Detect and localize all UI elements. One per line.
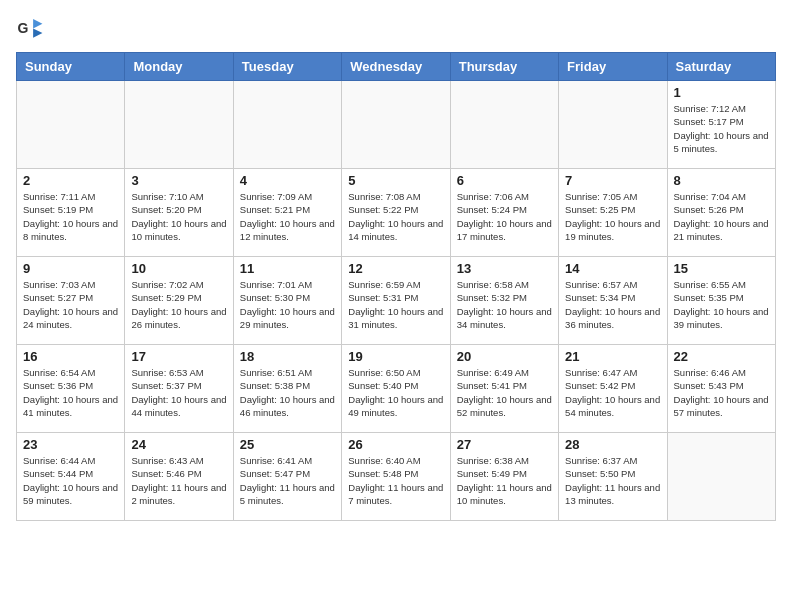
day-cell: 3Sunrise: 7:10 AM Sunset: 5:20 PM Daylig… <box>125 169 233 257</box>
day-info: Sunrise: 7:12 AM Sunset: 5:17 PM Dayligh… <box>674 102 769 155</box>
weekday-header-friday: Friday <box>559 53 667 81</box>
day-cell: 21Sunrise: 6:47 AM Sunset: 5:42 PM Dayli… <box>559 345 667 433</box>
day-cell: 7Sunrise: 7:05 AM Sunset: 5:25 PM Daylig… <box>559 169 667 257</box>
day-info: Sunrise: 6:41 AM Sunset: 5:47 PM Dayligh… <box>240 454 335 507</box>
day-number: 28 <box>565 437 660 452</box>
week-row-5: 23Sunrise: 6:44 AM Sunset: 5:44 PM Dayli… <box>17 433 776 521</box>
day-cell: 1Sunrise: 7:12 AM Sunset: 5:17 PM Daylig… <box>667 81 775 169</box>
day-cell: 6Sunrise: 7:06 AM Sunset: 5:24 PM Daylig… <box>450 169 558 257</box>
day-info: Sunrise: 7:03 AM Sunset: 5:27 PM Dayligh… <box>23 278 118 331</box>
day-cell: 23Sunrise: 6:44 AM Sunset: 5:44 PM Dayli… <box>17 433 125 521</box>
day-info: Sunrise: 7:06 AM Sunset: 5:24 PM Dayligh… <box>457 190 552 243</box>
day-number: 25 <box>240 437 335 452</box>
header: G <box>16 16 776 44</box>
week-row-4: 16Sunrise: 6:54 AM Sunset: 5:36 PM Dayli… <box>17 345 776 433</box>
day-cell: 5Sunrise: 7:08 AM Sunset: 5:22 PM Daylig… <box>342 169 450 257</box>
day-cell <box>450 81 558 169</box>
calendar: SundayMondayTuesdayWednesdayThursdayFrid… <box>16 52 776 521</box>
logo-icon: G <box>16 16 44 44</box>
day-info: Sunrise: 7:05 AM Sunset: 5:25 PM Dayligh… <box>565 190 660 243</box>
day-info: Sunrise: 7:04 AM Sunset: 5:26 PM Dayligh… <box>674 190 769 243</box>
day-number: 4 <box>240 173 335 188</box>
day-number: 23 <box>23 437 118 452</box>
logo: G <box>16 16 48 44</box>
weekday-header-monday: Monday <box>125 53 233 81</box>
day-cell: 12Sunrise: 6:59 AM Sunset: 5:31 PM Dayli… <box>342 257 450 345</box>
day-number: 14 <box>565 261 660 276</box>
day-cell: 28Sunrise: 6:37 AM Sunset: 5:50 PM Dayli… <box>559 433 667 521</box>
day-info: Sunrise: 6:55 AM Sunset: 5:35 PM Dayligh… <box>674 278 769 331</box>
day-number: 15 <box>674 261 769 276</box>
day-number: 8 <box>674 173 769 188</box>
day-cell: 14Sunrise: 6:57 AM Sunset: 5:34 PM Dayli… <box>559 257 667 345</box>
day-cell: 25Sunrise: 6:41 AM Sunset: 5:47 PM Dayli… <box>233 433 341 521</box>
day-number: 11 <box>240 261 335 276</box>
day-cell <box>233 81 341 169</box>
day-cell: 20Sunrise: 6:49 AM Sunset: 5:41 PM Dayli… <box>450 345 558 433</box>
weekday-header-sunday: Sunday <box>17 53 125 81</box>
day-info: Sunrise: 6:43 AM Sunset: 5:46 PM Dayligh… <box>131 454 226 507</box>
day-info: Sunrise: 6:57 AM Sunset: 5:34 PM Dayligh… <box>565 278 660 331</box>
day-info: Sunrise: 7:01 AM Sunset: 5:30 PM Dayligh… <box>240 278 335 331</box>
day-info: Sunrise: 6:53 AM Sunset: 5:37 PM Dayligh… <box>131 366 226 419</box>
day-info: Sunrise: 6:37 AM Sunset: 5:50 PM Dayligh… <box>565 454 660 507</box>
day-info: Sunrise: 7:10 AM Sunset: 5:20 PM Dayligh… <box>131 190 226 243</box>
day-cell <box>342 81 450 169</box>
svg-text:G: G <box>18 20 29 36</box>
day-number: 9 <box>23 261 118 276</box>
day-cell: 22Sunrise: 6:46 AM Sunset: 5:43 PM Dayli… <box>667 345 775 433</box>
day-info: Sunrise: 7:08 AM Sunset: 5:22 PM Dayligh… <box>348 190 443 243</box>
week-row-2: 2Sunrise: 7:11 AM Sunset: 5:19 PM Daylig… <box>17 169 776 257</box>
weekday-header-tuesday: Tuesday <box>233 53 341 81</box>
day-number: 16 <box>23 349 118 364</box>
day-cell <box>667 433 775 521</box>
day-info: Sunrise: 6:47 AM Sunset: 5:42 PM Dayligh… <box>565 366 660 419</box>
day-number: 17 <box>131 349 226 364</box>
day-cell: 16Sunrise: 6:54 AM Sunset: 5:36 PM Dayli… <box>17 345 125 433</box>
day-number: 2 <box>23 173 118 188</box>
day-info: Sunrise: 7:09 AM Sunset: 5:21 PM Dayligh… <box>240 190 335 243</box>
day-info: Sunrise: 6:50 AM Sunset: 5:40 PM Dayligh… <box>348 366 443 419</box>
weekday-header-thursday: Thursday <box>450 53 558 81</box>
weekday-header-wednesday: Wednesday <box>342 53 450 81</box>
day-number: 10 <box>131 261 226 276</box>
day-cell: 19Sunrise: 6:50 AM Sunset: 5:40 PM Dayli… <box>342 345 450 433</box>
day-number: 27 <box>457 437 552 452</box>
day-cell: 9Sunrise: 7:03 AM Sunset: 5:27 PM Daylig… <box>17 257 125 345</box>
weekday-header-row: SundayMondayTuesdayWednesdayThursdayFrid… <box>17 53 776 81</box>
day-cell: 18Sunrise: 6:51 AM Sunset: 5:38 PM Dayli… <box>233 345 341 433</box>
day-info: Sunrise: 6:46 AM Sunset: 5:43 PM Dayligh… <box>674 366 769 419</box>
day-cell: 15Sunrise: 6:55 AM Sunset: 5:35 PM Dayli… <box>667 257 775 345</box>
day-number: 12 <box>348 261 443 276</box>
day-cell: 10Sunrise: 7:02 AM Sunset: 5:29 PM Dayli… <box>125 257 233 345</box>
day-number: 6 <box>457 173 552 188</box>
day-info: Sunrise: 7:02 AM Sunset: 5:29 PM Dayligh… <box>131 278 226 331</box>
day-cell <box>17 81 125 169</box>
day-number: 7 <box>565 173 660 188</box>
day-info: Sunrise: 6:51 AM Sunset: 5:38 PM Dayligh… <box>240 366 335 419</box>
day-cell: 24Sunrise: 6:43 AM Sunset: 5:46 PM Dayli… <box>125 433 233 521</box>
day-info: Sunrise: 6:49 AM Sunset: 5:41 PM Dayligh… <box>457 366 552 419</box>
day-cell <box>125 81 233 169</box>
week-row-1: 1Sunrise: 7:12 AM Sunset: 5:17 PM Daylig… <box>17 81 776 169</box>
day-number: 24 <box>131 437 226 452</box>
day-cell <box>559 81 667 169</box>
day-cell: 17Sunrise: 6:53 AM Sunset: 5:37 PM Dayli… <box>125 345 233 433</box>
day-info: Sunrise: 6:38 AM Sunset: 5:49 PM Dayligh… <box>457 454 552 507</box>
day-info: Sunrise: 6:40 AM Sunset: 5:48 PM Dayligh… <box>348 454 443 507</box>
day-info: Sunrise: 6:58 AM Sunset: 5:32 PM Dayligh… <box>457 278 552 331</box>
day-info: Sunrise: 6:54 AM Sunset: 5:36 PM Dayligh… <box>23 366 118 419</box>
day-cell: 8Sunrise: 7:04 AM Sunset: 5:26 PM Daylig… <box>667 169 775 257</box>
week-row-3: 9Sunrise: 7:03 AM Sunset: 5:27 PM Daylig… <box>17 257 776 345</box>
day-number: 5 <box>348 173 443 188</box>
day-cell: 26Sunrise: 6:40 AM Sunset: 5:48 PM Dayli… <box>342 433 450 521</box>
day-info: Sunrise: 7:11 AM Sunset: 5:19 PM Dayligh… <box>23 190 118 243</box>
day-info: Sunrise: 6:59 AM Sunset: 5:31 PM Dayligh… <box>348 278 443 331</box>
day-number: 13 <box>457 261 552 276</box>
day-cell: 2Sunrise: 7:11 AM Sunset: 5:19 PM Daylig… <box>17 169 125 257</box>
day-number: 22 <box>674 349 769 364</box>
day-cell: 13Sunrise: 6:58 AM Sunset: 5:32 PM Dayli… <box>450 257 558 345</box>
day-number: 20 <box>457 349 552 364</box>
weekday-header-saturday: Saturday <box>667 53 775 81</box>
day-number: 1 <box>674 85 769 100</box>
